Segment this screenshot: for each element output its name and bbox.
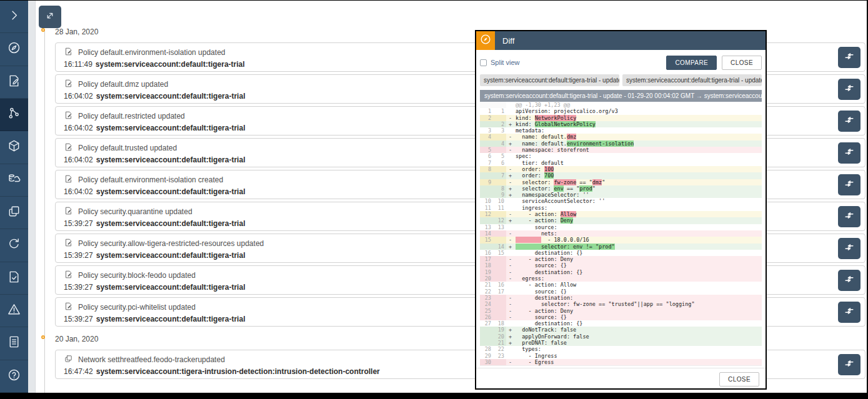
timeline-date: 20 Jan, 2020 bbox=[55, 335, 98, 343]
diff-line-content: nets: bbox=[514, 230, 762, 237]
diff-old-line-number: 2 bbox=[480, 115, 493, 121]
diff-new-line-number: 23 bbox=[493, 353, 506, 359]
diff-line: 2822 types: bbox=[480, 346, 762, 352]
policy-edit-icon bbox=[64, 79, 73, 90]
sidebar-item-chevron-right[interactable] bbox=[0, 1, 28, 33]
diff-line-content: destination: bbox=[514, 295, 762, 301]
diff-line: 23- destination: bbox=[480, 295, 762, 301]
diff-compare-button[interactable] bbox=[838, 354, 861, 375]
diff-line-content: metadata: bbox=[514, 127, 762, 134]
diff-change-marker bbox=[506, 346, 514, 352]
diff-line: 1615 destination: {} bbox=[480, 250, 762, 256]
diff-change-marker: + bbox=[506, 340, 514, 346]
diff-old-line-number: 6 bbox=[480, 153, 493, 159]
sidebar-item-compass[interactable] bbox=[0, 33, 28, 66]
diff-viewer[interactable]: @@ -1,30 +1,23 @@11apiVersion: projectca… bbox=[480, 102, 762, 366]
event-account: system:serviceaccount:default:tigera-tri… bbox=[96, 124, 246, 132]
diff-compare-button[interactable] bbox=[838, 302, 861, 323]
diff-old-line-number: 7 bbox=[480, 160, 493, 166]
diff-line-content: tier: default bbox=[514, 160, 762, 166]
diff-old-line-number: 17 bbox=[480, 256, 493, 262]
diff-line: 17- - action: Deny bbox=[480, 256, 762, 262]
chevron-right-icon bbox=[7, 8, 21, 25]
diff-line-content: - Ingress bbox=[514, 353, 762, 359]
diff-line-content: types: bbox=[514, 346, 762, 352]
diff-line: 1010 serviceAccountSelector: '' bbox=[480, 198, 762, 204]
split-view-toggle[interactable]: Split view bbox=[480, 59, 519, 66]
diff-new-line-number: 14 bbox=[493, 244, 506, 250]
sidebar-item-layers[interactable] bbox=[0, 197, 28, 229]
diff-change-marker: - bbox=[506, 262, 514, 268]
event-time: 16:04:02 bbox=[64, 155, 93, 164]
compare-arrows-icon bbox=[843, 114, 856, 129]
expand-timeline-button[interactable] bbox=[39, 6, 61, 28]
diff-change-marker bbox=[506, 282, 514, 288]
compare-button[interactable]: COMPARE bbox=[666, 56, 717, 70]
diff-change-marker: - bbox=[506, 147, 514, 153]
diff-change-marker: - bbox=[506, 237, 514, 243]
sidebar-item-file-edit[interactable] bbox=[0, 66, 28, 99]
sidebar-item-warning[interactable] bbox=[0, 295, 28, 327]
compare-arrows-icon bbox=[843, 209, 856, 224]
diff-line-content: namespace: storefront bbox=[514, 147, 762, 153]
diff-change-marker bbox=[506, 250, 514, 256]
cube-icon bbox=[7, 139, 21, 155]
sidebar-item-file-check[interactable] bbox=[0, 262, 28, 295]
sidebar-item-cube[interactable] bbox=[0, 131, 28, 164]
compare-arrows-icon bbox=[843, 357, 856, 372]
diff-change-marker bbox=[506, 224, 514, 230]
timeline-dot-icon bbox=[41, 335, 45, 339]
revision-select-right[interactable]: system:serviceaccount:default:tigera-tri… bbox=[622, 74, 762, 86]
sidebar-item-network-graph[interactable] bbox=[0, 99, 28, 131]
diff-change-marker: - bbox=[506, 256, 514, 262]
diff-revision-bar: system:serviceaccount:default:tigera-tri… bbox=[480, 90, 762, 102]
close-button[interactable]: CLOSE bbox=[722, 56, 762, 70]
diff-compare-button[interactable] bbox=[838, 111, 861, 132]
diff-line: 21+ preDNAT: false bbox=[480, 340, 762, 346]
report-icon bbox=[7, 335, 21, 352]
diff-line: 2718 destination: {} bbox=[480, 320, 762, 327]
diff-line-content: destination: {} bbox=[514, 320, 762, 327]
diff-new-line-number bbox=[493, 134, 506, 140]
diff-line: 20- egress: bbox=[480, 275, 762, 282]
sidebar-item-cloud-storage[interactable] bbox=[0, 164, 28, 197]
diff-new-line-number bbox=[493, 275, 506, 282]
diff-new-line-number: 11 bbox=[493, 205, 506, 211]
diff-old-line-number bbox=[480, 333, 493, 340]
diff-line: 4+ name: default.environment-isolation bbox=[480, 140, 762, 147]
diff-line-content: applyOnForward: false bbox=[514, 333, 762, 340]
revision-select-left[interactable]: system:serviceaccount:default:tigera-tri… bbox=[480, 74, 619, 86]
diff-line: 12+ - action: Deny bbox=[480, 217, 762, 224]
footer-close-button[interactable]: CLOSE bbox=[719, 372, 759, 387]
help-icon bbox=[7, 368, 21, 385]
diff-compare-button[interactable] bbox=[838, 47, 861, 68]
sidebar-item-help[interactable] bbox=[0, 360, 28, 393]
event-title: Policy default.dmz updated bbox=[78, 80, 168, 89]
diff-new-line-number: 6 bbox=[493, 160, 506, 166]
diff-new-line-number bbox=[493, 211, 506, 217]
diff-change-marker bbox=[506, 153, 514, 159]
diff-line: 20+ applyOnForward: false bbox=[480, 333, 762, 340]
sidebar-item-report[interactable] bbox=[0, 327, 28, 360]
diff-compare-button[interactable] bbox=[838, 79, 861, 100]
diff-compare-button[interactable] bbox=[838, 270, 861, 291]
diff-compare-button[interactable] bbox=[838, 142, 861, 164]
diff-new-line-number: 22 bbox=[493, 346, 506, 352]
policy-edit-icon bbox=[64, 206, 73, 217]
sidebar bbox=[0, 1, 28, 393]
diff-change-marker: - bbox=[506, 179, 514, 185]
diff-old-line-number bbox=[480, 185, 493, 192]
diff-change-marker: + bbox=[506, 185, 514, 192]
diff-line-content: egress: bbox=[514, 275, 762, 282]
network-graph-icon bbox=[7, 106, 21, 123]
split-view-checkbox[interactable] bbox=[480, 59, 487, 66]
diff-change-marker: - bbox=[506, 269, 514, 275]
diff-compare-button[interactable] bbox=[838, 238, 861, 259]
diff-line-content: selector: env != "prod" bbox=[514, 244, 762, 250]
diff-compare-button[interactable] bbox=[838, 174, 861, 195]
diff-new-line-number: 18 bbox=[493, 320, 506, 327]
diff-compare-button[interactable] bbox=[838, 206, 861, 227]
diff-line-content: serviceAccountSelector: '' bbox=[514, 198, 762, 204]
diff-new-line-number bbox=[493, 301, 506, 307]
sidebar-item-refresh[interactable] bbox=[0, 229, 28, 262]
